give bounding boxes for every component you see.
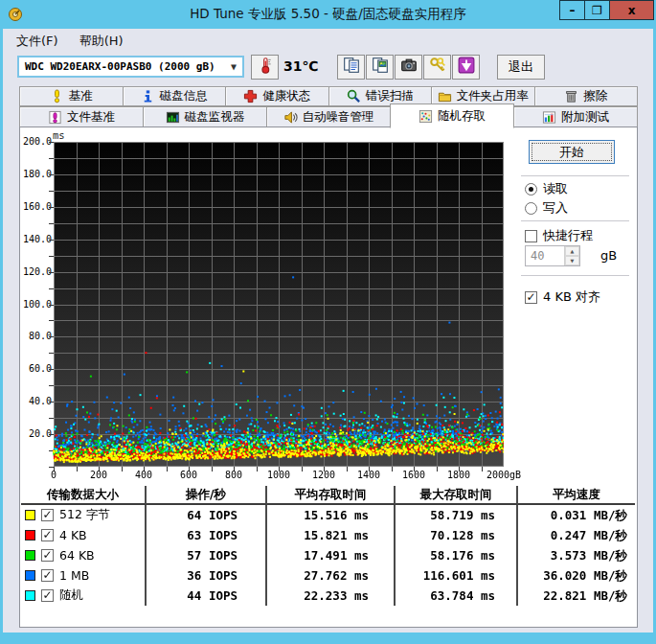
close-button[interactable]: x — [609, 0, 654, 20]
table-cell-max: 70.128 ms — [396, 525, 518, 545]
toolbar-buttons — [337, 55, 481, 80]
checkbox-icon: ✓ — [525, 291, 537, 304]
camera-button[interactable] — [395, 55, 422, 80]
x-tick-label: 2000gB — [486, 470, 521, 480]
tab-基准[interactable]: 基准 — [19, 86, 124, 106]
table-row-label: ✓4 KB — [21, 525, 147, 545]
table-cell-ops: 44 IOPS — [147, 586, 267, 606]
table-cell-avg: 15.821 ms — [267, 525, 396, 545]
drive-select[interactable]: WDC WD20EARX-00PASB0 (2000 gB) ▼ — [17, 56, 244, 78]
tab-磁盘信息[interactable]: 磁盘信息 — [123, 86, 227, 106]
tab-label: 基准 — [69, 88, 93, 104]
menu-item-0[interactable]: 文件(F) — [9, 31, 66, 52]
drive-select-value: WDC WD20EARX-00PASB0 (2000 gB) — [25, 60, 215, 73]
camera-icon — [400, 57, 418, 78]
chevron-down-icon: ▼ — [231, 61, 242, 72]
window-title: HD Tune 专业版 5.50 - 硬盘/固态硬盘实用程序 — [0, 6, 656, 23]
tab-label: 附加测试 — [561, 109, 609, 126]
tab-label: 错误扫描 — [366, 88, 414, 104]
table-cell-max: 116.601 ms — [396, 565, 518, 586]
start-button[interactable]: 开始 — [529, 140, 615, 164]
series-label: 4 KB — [59, 528, 87, 542]
options-icon — [429, 57, 446, 78]
series-checkbox[interactable]: ✓ — [41, 589, 54, 602]
file-benchmark-icon — [48, 110, 62, 125]
title-bar: HD Tune 专业版 5.50 - 硬盘/固态硬盘实用程序 – ❐ x — [0, 0, 656, 29]
x-tick-label: 800 — [225, 470, 242, 480]
write-radio[interactable]: 写入 — [525, 199, 568, 217]
table-cell-avg: 27.762 ms — [267, 565, 396, 586]
capacity-spinner[interactable]: 40 ▲ ▼ — [525, 245, 580, 266]
x-tick-label: 1800 — [447, 470, 470, 480]
spinner-up-icon[interactable]: ▲ — [565, 246, 579, 256]
divider — [521, 175, 629, 177]
series-color-swatch — [25, 510, 35, 520]
tab-擦除[interactable]: 擦除 — [534, 86, 639, 106]
x-tick-label: 400 — [135, 470, 152, 480]
read-radio[interactable]: 读取 — [525, 180, 568, 197]
align-4kb-checkbox[interactable]: ✓ 4 KB 对齐 — [525, 288, 600, 306]
table-cell-spd: 36.020 MB/秒 — [518, 565, 635, 586]
series-checkbox[interactable]: ✓ — [41, 509, 54, 521]
tab-label: 自动噪音管理 — [303, 109, 374, 126]
health-cross-icon — [243, 89, 258, 104]
series-checkbox[interactable]: ✓ — [41, 569, 54, 582]
maximize-button[interactable]: ❐ — [584, 0, 610, 20]
table-cell-spd: 0.031 MB/秒 — [518, 505, 635, 525]
write-radio-label: 写入 — [543, 199, 568, 217]
divider — [521, 275, 629, 277]
tab-label: 磁盘监视器 — [185, 109, 245, 126]
magnifier-icon — [347, 89, 361, 104]
results-table: 传输数据大小操作/秒平均存取时间最大存取时间平均速度✓512 字节64 IOPS… — [21, 486, 635, 606]
series-color-swatch — [25, 530, 35, 540]
access-time-scatter-chart — [48, 142, 504, 472]
table-header: 平均存取时间 — [267, 486, 396, 505]
app-window: HD Tune 专业版 5.50 - 硬盘/固态硬盘实用程序 – ❐ x 文件(… — [0, 0, 656, 644]
monitor-chart-icon — [166, 110, 180, 125]
checkbox-icon — [525, 230, 537, 242]
series-checkbox[interactable]: ✓ — [41, 529, 54, 541]
tab-磁盘监视器[interactable]: 磁盘监视器 — [143, 106, 267, 127]
short-stroke-label: 快捷行程 — [543, 227, 593, 244]
exit-button[interactable]: 退出 — [497, 55, 545, 80]
tab-文件基准[interactable]: 文件基准 — [19, 106, 144, 127]
tab-label: 擦除 — [583, 88, 607, 104]
menu-item-1[interactable]: 帮助(H) — [72, 31, 131, 52]
table-header: 操作/秒 — [147, 486, 267, 505]
tab-健康状态[interactable]: 健康状态 — [225, 86, 329, 106]
table-cell-avg: 15.516 ms — [267, 505, 396, 525]
copy-text-icon — [343, 57, 360, 78]
temperature-value: 31℃ — [283, 58, 318, 74]
tab-label: 健康状态 — [262, 88, 310, 104]
x-tick-label: 0 — [51, 470, 57, 480]
options-button[interactable] — [423, 55, 451, 80]
client-area: 文件(F)帮助(H) WDC WD20EARX-00PASB0 (2000 gB… — [3, 29, 653, 632]
scatter-icon — [418, 109, 433, 124]
trash-icon — [564, 89, 578, 104]
tab-随机存取[interactable]: 随机存取 — [390, 104, 514, 128]
thermometer-icon — [257, 57, 274, 78]
info-icon — [141, 89, 155, 104]
minimize-button[interactable]: – — [559, 0, 585, 20]
temperature-button[interactable] — [251, 55, 279, 80]
series-color-swatch — [25, 570, 35, 581]
folder-icon — [438, 89, 452, 104]
tab-label: 随机存取 — [438, 108, 486, 125]
table-cell-max: 58.176 ms — [396, 545, 518, 565]
extra-tests-icon — [542, 110, 556, 125]
tab-自动噪音管理[interactable]: 自动噪音管理 — [266, 106, 391, 127]
copy-text-button[interactable] — [337, 55, 365, 80]
table-header: 平均速度 — [518, 486, 635, 505]
copy-image-button[interactable] — [366, 55, 394, 80]
save-button[interactable] — [452, 55, 480, 80]
spinner-down-icon[interactable]: ▼ — [565, 256, 579, 265]
tab-label: 文件基准 — [67, 109, 115, 126]
tab-附加测试[interactable]: 附加测试 — [513, 106, 638, 127]
table-row-label: ✓512 字节 — [21, 505, 147, 525]
table-row-label: ✓1 MB — [21, 565, 147, 586]
series-checkbox[interactable]: ✓ — [41, 549, 54, 562]
speaker-icon — [283, 110, 298, 125]
x-tick-label: 1200 — [312, 470, 335, 480]
save-icon — [458, 57, 475, 78]
short-stroke-checkbox[interactable]: 快捷行程 — [525, 227, 593, 244]
